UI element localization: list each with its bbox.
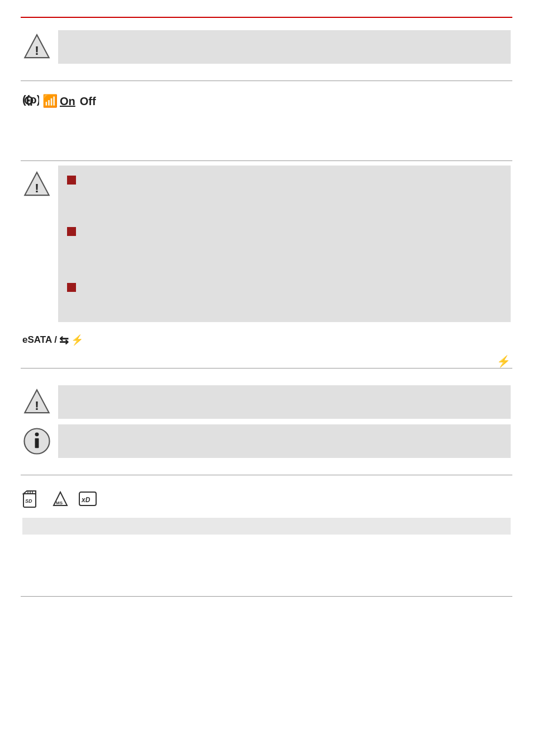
sdcard-body bbox=[22, 518, 511, 535]
svg-text:!: ! bbox=[35, 399, 39, 413]
svg-text:((ρ)): ((ρ)) bbox=[22, 93, 39, 106]
svg-text:xD: xD bbox=[81, 496, 91, 504]
section-warning-1: ! bbox=[0, 18, 533, 76]
divider-2 bbox=[21, 160, 512, 161]
warning-icon-3: ! bbox=[22, 388, 51, 417]
wireless-symbol: ⊙ ((ρ)) bbox=[22, 91, 39, 108]
wireless-row: ⊙ ((ρ)) 📶 On Off bbox=[0, 86, 533, 122]
wireless-signal-icon: 📶 bbox=[42, 94, 58, 108]
red-bullet-1 bbox=[67, 176, 76, 185]
big-warning-row: ! bbox=[22, 166, 511, 322]
divider-3 bbox=[21, 368, 512, 368]
esata-section: eSATA / ⇆ ⚡ ⚡ bbox=[0, 328, 533, 363]
svg-rect-10 bbox=[35, 438, 39, 448]
divider-4 bbox=[21, 475, 512, 475]
svg-text:SD: SD bbox=[25, 498, 32, 504]
wireless-icon: ⊙ ((ρ)) bbox=[22, 91, 39, 111]
svg-text:MS: MS bbox=[56, 500, 63, 505]
wireless-on-label: On bbox=[60, 95, 75, 108]
lightning-icon-title: ⚡ bbox=[71, 334, 83, 346]
caution-content bbox=[58, 385, 511, 419]
svg-marker-12 bbox=[23, 491, 36, 494]
warning-icon-1: ! bbox=[22, 32, 51, 62]
red-bullet-3 bbox=[67, 283, 76, 292]
spacer-1 bbox=[0, 122, 533, 156]
usb-icon: ⇆ bbox=[59, 333, 69, 347]
xd-card-icon: xD bbox=[78, 490, 98, 508]
page: ! ⊙ ((ρ)) 📶 On Off ! bbox=[0, 17, 533, 756]
memory-stick-icon: MS bbox=[50, 490, 70, 508]
notice-row-info bbox=[22, 424, 511, 458]
sdcard-section: SD MS xD bbox=[0, 480, 533, 540]
section-notices-2: ! bbox=[0, 373, 533, 470]
svg-text:!: ! bbox=[35, 181, 39, 195]
lightning-icon-right: ⚡ bbox=[497, 352, 511, 370]
ms-icon: MS bbox=[50, 490, 70, 511]
wireless-off-label: Off bbox=[80, 95, 96, 108]
red-bullet-2 bbox=[67, 227, 76, 236]
svg-point-9 bbox=[35, 432, 39, 436]
warning-icon-2: ! bbox=[22, 170, 51, 199]
sd-card-icon: SD bbox=[22, 490, 42, 508]
esata-text: eSATA / bbox=[22, 334, 57, 346]
sd-icons-row: SD MS xD bbox=[22, 485, 511, 513]
notice-content-1 bbox=[58, 30, 511, 64]
divider-1 bbox=[21, 81, 512, 81]
xd-icon: xD bbox=[78, 490, 98, 511]
svg-text:!: ! bbox=[35, 44, 39, 58]
section-big-warning: ! bbox=[0, 166, 533, 322]
info-content bbox=[58, 424, 511, 458]
esata-title: eSATA / ⇆ ⚡ bbox=[22, 333, 511, 347]
info-icon bbox=[22, 427, 51, 456]
sd-icon: SD bbox=[22, 490, 42, 511]
notice-row-caution: ! bbox=[22, 385, 511, 419]
spacer-2 bbox=[0, 540, 533, 585]
big-warning-content bbox=[58, 166, 511, 322]
notice-row-1: ! bbox=[22, 30, 511, 64]
divider-bottom bbox=[21, 596, 512, 597]
